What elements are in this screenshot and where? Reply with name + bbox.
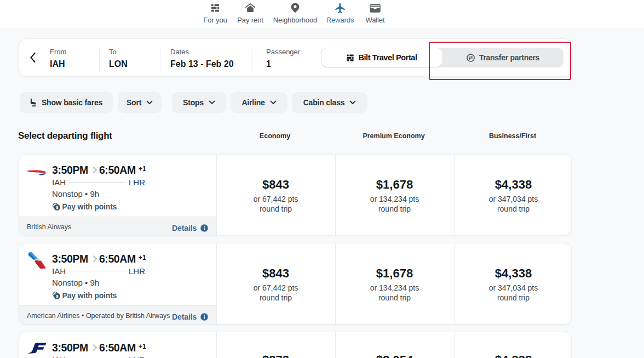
svg-text:$: $ <box>56 205 59 210</box>
svg-text:$: $ <box>56 294 59 299</box>
